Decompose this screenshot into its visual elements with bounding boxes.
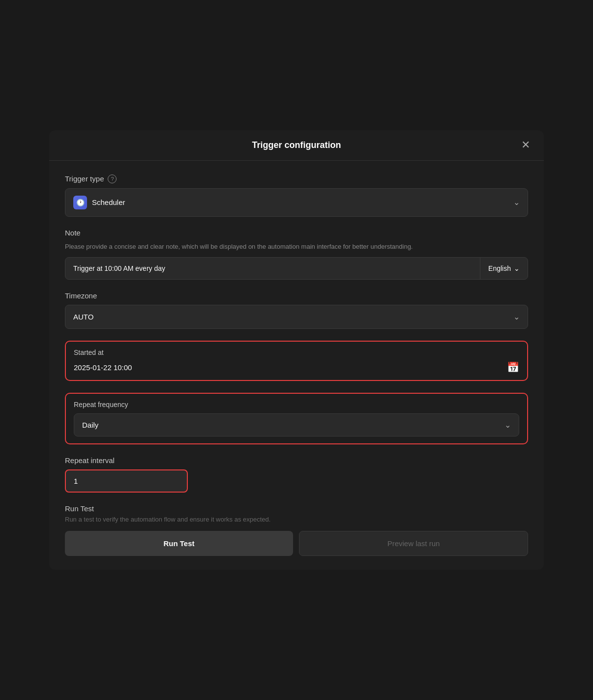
trigger-type-select[interactable]: 🕐 Scheduler ⌄ (65, 188, 528, 217)
run-test-section: Run Test Run a test to verify the automa… (65, 504, 528, 570)
repeat-frequency-label: Repeat frequency (74, 401, 519, 408)
run-test-description: Run a test to verify the automation flow… (65, 516, 528, 523)
timezone-label: Timezone (65, 292, 528, 300)
timezone-chevron-icon: ⌄ (513, 312, 520, 321)
timezone-select[interactable]: AUTO ⌄ (65, 305, 528, 329)
repeat-frequency-select[interactable]: Daily ⌄ (74, 413, 519, 437)
close-button[interactable]: ✕ (517, 138, 534, 152)
note-section: Note Please provide a concise and clear … (65, 229, 528, 280)
note-description: Please provide a concise and clear note,… (65, 242, 528, 252)
repeat-interval-section: Repeat interval (65, 456, 528, 493)
note-input-row: English ⌄ (65, 257, 528, 280)
preview-last-run-button[interactable]: Preview last run (299, 531, 528, 556)
repeat-interval-label: Repeat interval (65, 456, 528, 465)
run-test-button[interactable]: Run Test (65, 531, 293, 556)
run-test-buttons: Run Test Preview last run (65, 531, 528, 570)
repeat-interval-input-wrapper (65, 469, 188, 493)
calendar-icon[interactable]: 📅 (507, 361, 519, 373)
started-at-row: 2025-01-22 10:00 📅 (74, 361, 519, 373)
modal-body: Trigger type ? 🕐 Scheduler ⌄ Note Please… (49, 161, 544, 570)
note-lang-chevron-icon: ⌄ (514, 264, 520, 272)
repeat-frequency-section: Repeat frequency Daily ⌄ (65, 393, 528, 444)
trigger-type-label: Trigger type ? (65, 175, 528, 183)
modal-title: Trigger configuration (252, 140, 341, 150)
note-input[interactable] (65, 258, 480, 279)
modal: Trigger configuration ✕ Trigger type ? 🕐… (49, 130, 544, 570)
scheduler-icon: 🕐 (73, 196, 87, 209)
note-label: Note (65, 229, 528, 237)
started-at-label: Started at (74, 349, 519, 356)
started-at-section: Started at 2025-01-22 10:00 📅 (65, 341, 528, 381)
note-language-button[interactable]: English ⌄ (480, 258, 528, 279)
modal-header: Trigger configuration ✕ (49, 130, 544, 161)
run-test-title: Run Test (65, 504, 528, 513)
trigger-type-chevron-icon: ⌄ (513, 198, 520, 207)
trigger-type-section: Trigger type ? 🕐 Scheduler ⌄ (65, 175, 528, 217)
started-at-value: 2025-01-22 10:00 (74, 363, 132, 372)
timezone-section: Timezone AUTO ⌄ (65, 292, 528, 329)
trigger-type-help-icon[interactable]: ? (108, 175, 117, 183)
repeat-interval-input[interactable] (66, 470, 187, 492)
repeat-frequency-chevron-icon: ⌄ (504, 420, 511, 430)
trigger-type-value: 🕐 Scheduler (73, 196, 125, 209)
